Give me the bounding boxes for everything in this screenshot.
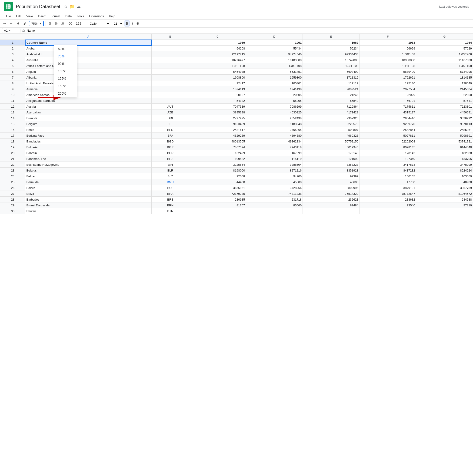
cell-d12[interactable]: 7086299 — [246, 104, 303, 109]
cell-b1[interactable] — [151, 40, 189, 46]
cell-country-3[interactable]: Arab World — [25, 51, 151, 57]
format-paint-button[interactable]: 🖌 — [22, 21, 28, 26]
cell-e1[interactable]: 1962 — [303, 40, 360, 46]
cell-f12[interactable]: 7175811 — [360, 104, 416, 109]
cell-e7[interactable]: 1711319 — [303, 75, 360, 80]
cell-country-8[interactable]: United Arab Emirates — [25, 80, 151, 86]
cell-g25[interactable]: 48900 — [416, 179, 473, 185]
cell-country-18[interactable]: Bangladesh — [25, 138, 151, 144]
cell-f28[interactable]: 233632 — [360, 197, 416, 203]
cell-d7[interactable]: 1659800 — [246, 75, 303, 80]
cell-country-16[interactable]: Benin — [25, 127, 151, 133]
cell-e22[interactable]: 3353228 — [303, 162, 360, 168]
cell-g19[interactable]: 8144340 — [416, 144, 473, 150]
cell-g23[interactable]: 8524224 — [416, 168, 473, 173]
cell-c11[interactable]: 54132 — [189, 98, 246, 104]
cell-g13[interactable]: 4456691 — [416, 109, 473, 115]
cell-c29[interactable]: 81707 — [189, 203, 246, 208]
cell-e11[interactable]: 55849 — [303, 98, 360, 104]
cell-f1[interactable]: 1963 — [360, 40, 416, 46]
cell-code-8[interactable] — [151, 80, 189, 86]
cell-country-27[interactable]: Brazil — [25, 191, 151, 197]
cell-country-13[interactable]: Azerbaijan — [25, 109, 151, 115]
cell-e20[interactable]: 173140 — [303, 150, 360, 156]
cell-c14[interactable]: 2797925 — [189, 115, 246, 121]
cell-code-23[interactable]: BLR — [151, 168, 189, 173]
zoom-dropdown-button[interactable]: ▼ — [39, 22, 42, 25]
cell-c25[interactable]: 44400 — [189, 179, 246, 185]
cell-c28[interactable]: 230985 — [189, 197, 246, 203]
cell-code-20[interactable]: BHR — [151, 150, 189, 156]
cell-d4[interactable]: 10483000 — [246, 57, 303, 63]
cell-e12[interactable]: 7129864 — [303, 104, 360, 109]
cell-code-18[interactable]: BGD — [151, 138, 189, 144]
cell-country-22[interactable]: Bosnia and Herzegovina — [25, 162, 151, 168]
cell-d17[interactable]: 4894580 — [246, 133, 303, 138]
cell-code-4[interactable] — [151, 57, 189, 63]
cell-d30[interactable]: ... — [246, 208, 303, 214]
cell-c12[interactable]: 7047539 — [189, 104, 246, 109]
cell-f24[interactable]: 100165 — [360, 173, 416, 179]
cell-f7[interactable]: 1762621 — [360, 75, 416, 80]
cell-e4[interactable]: 10742000 — [303, 57, 360, 63]
col-header-d[interactable]: D — [246, 34, 303, 40]
cell-f11[interactable]: 56701 — [360, 98, 416, 104]
cell-country-21[interactable]: Bahamas, The — [25, 156, 151, 162]
cell-f6[interactable]: 5679409 — [360, 69, 416, 75]
cell-g27[interactable]: 81064572 — [416, 191, 473, 197]
cell-country-28[interactable]: Barbados — [25, 197, 151, 203]
strikethrough-button[interactable]: S — [135, 21, 140, 26]
cell-country-19[interactable]: Bulgaria — [25, 144, 151, 150]
cell-country-14[interactable]: Burundi — [25, 115, 151, 121]
more-formats-button[interactable]: 123 — [74, 21, 83, 26]
cell-code-13[interactable]: AZE — [151, 109, 189, 115]
col-header-f[interactable]: F — [360, 34, 416, 40]
cell-g16[interactable]: 2585961 — [416, 127, 473, 133]
cell-code-21[interactable]: BHS — [151, 156, 189, 162]
cell-g8[interactable]: 138049 — [416, 80, 473, 86]
cell-g6[interactable]: 5734995 — [416, 69, 473, 75]
cell-d14[interactable]: 2852438 — [246, 115, 303, 121]
zoom-control[interactable]: 75% ▼ — [29, 21, 44, 26]
cell-e25[interactable]: 46600 — [303, 179, 360, 185]
cell-c19[interactable]: 7867374 — [189, 144, 246, 150]
cell-country-6[interactable]: Angola — [25, 69, 151, 75]
cell-c10[interactable]: 20127 — [189, 92, 246, 98]
cell-d24[interactable]: 94700 — [246, 173, 303, 179]
cell-country-4[interactable]: Australia — [25, 57, 151, 63]
cell-c1[interactable]: 1960 — [189, 40, 246, 46]
cell-d18[interactable]: 49362834 — [246, 138, 303, 144]
cell-f4[interactable]: 10950000 — [360, 57, 416, 63]
zoom-option-150[interactable]: 150% — [54, 82, 77, 90]
cell-g11[interactable]: 57641 — [416, 98, 473, 104]
cell-c4[interactable]: 10276477 — [189, 57, 246, 63]
cell-d27[interactable]: 74311338 — [246, 191, 303, 197]
cell-e15[interactable]: 9220578 — [303, 121, 360, 127]
cell-e16[interactable]: 2502897 — [303, 127, 360, 133]
cell-code-5[interactable] — [151, 63, 189, 69]
cell-g4[interactable]: 11167000 — [416, 57, 473, 63]
cell-f25[interactable]: 47700 — [360, 179, 416, 185]
cell-f17[interactable]: 5027811 — [360, 133, 416, 138]
zoom-option-90[interactable]: 90% — [54, 60, 77, 68]
cell-e24[interactable]: 97392 — [303, 173, 360, 179]
cell-code-19[interactable]: BGR — [151, 144, 189, 150]
cell-code-24[interactable]: BLZ — [151, 173, 189, 179]
cell-e19[interactable]: 8012946 — [303, 144, 360, 150]
bold-button[interactable]: B — [124, 20, 130, 27]
cell-g14[interactable]: 3026292 — [416, 115, 473, 121]
cell-e29[interactable]: 89484 — [303, 203, 360, 208]
cell-f9[interactable]: 2077584 — [360, 86, 416, 92]
cell-g7[interactable]: 1814135 — [416, 75, 473, 80]
cell-e3[interactable]: 97334438 — [303, 51, 360, 57]
cell-g30[interactable]: ... — [416, 208, 473, 214]
cell-g26[interactable]: 3957759 — [416, 185, 473, 191]
cell-g10[interactable]: 22850 — [416, 92, 473, 98]
cell-f26[interactable]: 3879191 — [360, 185, 416, 191]
cell-f18[interactable]: 52202008 — [360, 138, 416, 144]
cell-g24[interactable]: 103069 — [416, 173, 473, 179]
cell-country-7[interactable]: Albania — [25, 75, 151, 80]
cell-c20[interactable]: 162429 — [189, 150, 246, 156]
font-select[interactable]: Calibri — [87, 21, 110, 26]
cell-e6[interactable]: 5608499 — [303, 69, 360, 75]
